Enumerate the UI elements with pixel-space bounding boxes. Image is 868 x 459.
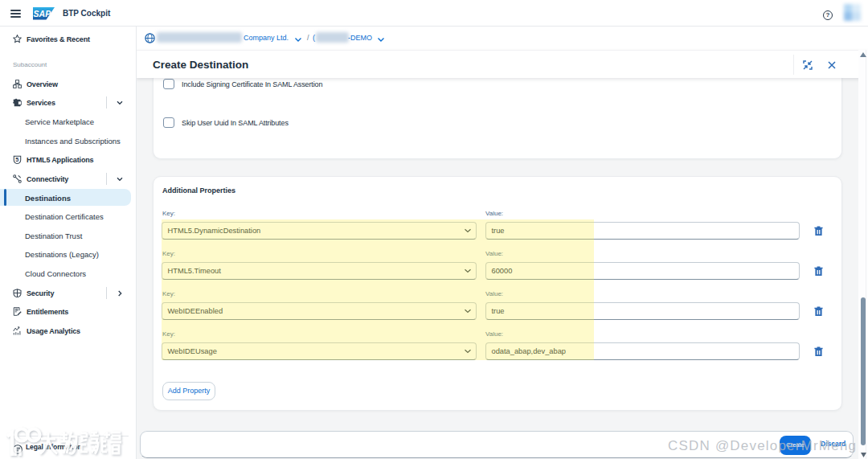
svg-text:SAP: SAP [34, 9, 52, 18]
svg-text:5: 5 [15, 156, 18, 163]
